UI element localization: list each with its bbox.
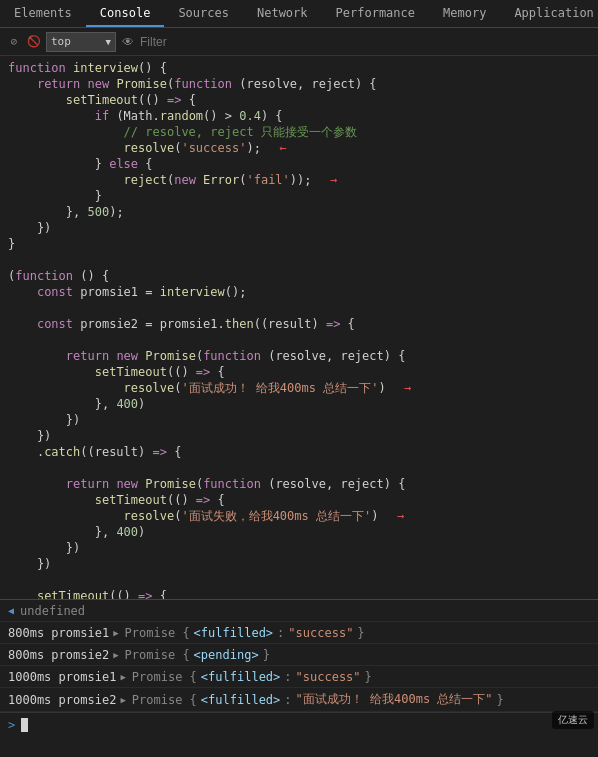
console-output: ◀ undefined 800ms promsie1 ▶ Promise { <… [0,599,598,712]
chevron-down-icon: ▼ [106,37,111,47]
output-val-3: "success" [296,670,361,684]
output-promise-1: Promise { [125,626,190,640]
code-line-23: }) [0,412,598,428]
output-label-1: 800ms promsie1 [8,626,109,640]
code-line-11: }) [0,220,598,236]
output-promise-4: Promise { [132,693,197,707]
code-line-26 [0,460,598,476]
code-line-5: // resolve, reject 只能接受一个参数 [0,124,598,140]
code-line-12: } [0,236,598,252]
code-line-15: const promsie1 = interview(); [0,284,598,300]
tab-network[interactable]: Network [243,0,322,27]
output-undefined[interactable]: ◀ undefined [0,600,598,622]
output-key-3: <fulfilled> [201,670,280,684]
code-line-24: }) [0,428,598,444]
tab-memory[interactable]: Memory [429,0,500,27]
tab-bar: Elements Console Sources Network Perform… [0,0,598,28]
output-label-2: 800ms promsie2 [8,648,109,662]
output-label-3: 1000ms promsie1 [8,670,116,684]
output-label-4: 1000ms promsie2 [8,693,116,707]
output-undefined-text: undefined [20,604,85,618]
output-val-4: "面试成功！ 给我400ms 总结一下" [296,691,493,708]
code-line-18 [0,332,598,348]
code-line-8: reject(new Error('fail')); → [0,172,598,188]
output-key-2: <pending> [194,648,259,662]
code-line-1: function interview() { [0,60,598,76]
code-area: function interview() { return new Promis… [0,56,598,599]
filter-input[interactable] [140,35,592,49]
code-line-21: resolve('面试成功！ 给我400ms 总结一下') → [0,380,598,396]
code-line-27: return new Promise(function (resolve, re… [0,476,598,492]
code-line-31: }) [0,540,598,556]
output-row-4[interactable]: 1000ms promsie2 ▶ Promise { <fulfilled> … [0,688,598,712]
output-row-3[interactable]: 1000ms promsie1 ▶ Promise { <fulfilled> … [0,666,598,688]
tab-application[interactable]: Application [500,0,598,27]
output-promise-3: Promise { [132,670,197,684]
code-line-10: }, 500); [0,204,598,220]
output-colon-4: : [284,693,291,707]
console-prompt: > [8,718,15,732]
tab-sources[interactable]: Sources [164,0,243,27]
output-colon-1: : [277,626,284,640]
output-key-1: <fulfilled> [194,626,273,640]
console-input-row: > [0,712,598,736]
expand-triangle-4[interactable]: ▶ [120,695,125,705]
code-line-7: } else { [0,156,598,172]
output-close-2: } [263,648,270,662]
expand-triangle-1[interactable]: ▶ [113,628,118,638]
filter-bar: ⊘ 🚫 top ▼ 👁 [0,28,598,56]
expand-triangle-2[interactable]: ▶ [113,650,118,660]
code-line-29: resolve('面试失败，给我400ms 总结一下') → [0,508,598,524]
output-close-3: } [365,670,372,684]
code-line-2: return new Promise(function (resolve, re… [0,76,598,92]
tab-console[interactable]: Console [86,0,165,27]
code-line-19: return new Promise(function (resolve, re… [0,348,598,364]
output-val-1: "success" [288,626,353,640]
code-line-13 [0,252,598,268]
output-row-1[interactable]: 800ms promsie1 ▶ Promise { <fulfilled> :… [0,622,598,644]
code-line-4: if (Math.random() > 0.4) { [0,108,598,124]
code-line-30: }, 400) [0,524,598,540]
tab-elements[interactable]: Elements [0,0,86,27]
clear-console-icon[interactable]: ⊘ [6,34,22,50]
code-line-28: setTimeout(() => { [0,492,598,508]
code-line-16 [0,300,598,316]
output-close-1: } [357,626,364,640]
code-line-25: .catch((result) => { [0,444,598,460]
code-line-34: setTimeout(() => { [0,588,598,599]
left-arrow-icon: ◀ [8,605,14,616]
code-line-9: } [0,188,598,204]
output-promise-2: Promise { [125,648,190,662]
context-select[interactable]: top ▼ [46,32,116,52]
output-key-4: <fulfilled> [201,693,280,707]
code-line-33 [0,572,598,588]
filter-icons: ⊘ 🚫 [6,34,42,50]
output-row-2[interactable]: 800ms promsie2 ▶ Promise { <pending> } [0,644,598,666]
code-line-20: setTimeout(() => { [0,364,598,380]
output-colon-3: : [284,670,291,684]
code-line-6: resolve('success'); ← [0,140,598,156]
filter-toggle-icon[interactable]: 🚫 [26,34,42,50]
code-line-22: }, 400) [0,396,598,412]
expand-triangle-3[interactable]: ▶ [120,672,125,682]
console-cursor [21,718,28,732]
code-line-3: setTimeout(() => { [0,92,598,108]
output-close-4: } [497,693,504,707]
code-line-14: (function () { [0,268,598,284]
tab-performance[interactable]: Performance [322,0,429,27]
code-line-32: }) [0,556,598,572]
code-line-17: const promsie2 = promsie1.then((result) … [0,316,598,332]
eye-icon[interactable]: 👁 [120,34,136,50]
